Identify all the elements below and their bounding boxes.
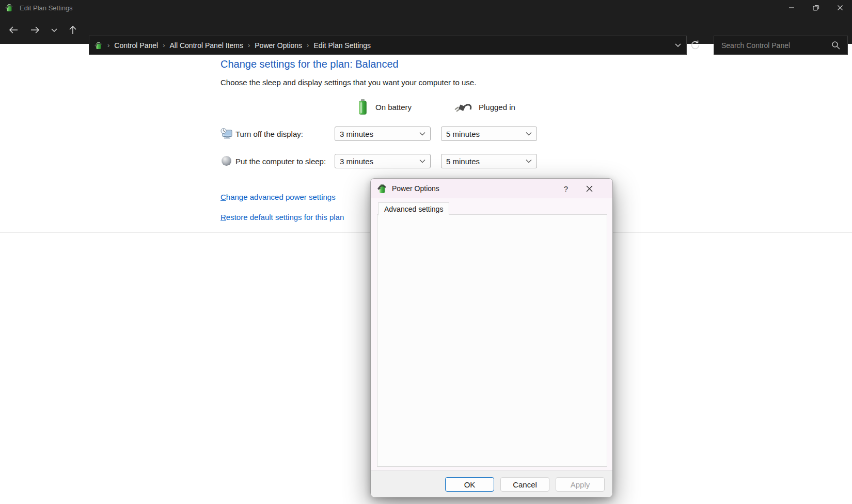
- setting-label-sleep: Put the computer to sleep:: [235, 157, 326, 166]
- minimize-button[interactable]: [779, 0, 803, 15]
- tab-page: [377, 214, 607, 467]
- battery-icon: [377, 183, 387, 194]
- column-header-on-battery: On battery: [375, 103, 412, 112]
- breadcrumb-chevron-icon: ›: [248, 41, 250, 49]
- caption-buttons: [779, 0, 852, 15]
- plugged-in-icon: [454, 102, 473, 113]
- tab-advanced-settings[interactable]: Advanced settings: [378, 202, 449, 215]
- sleep-icon: [221, 155, 232, 166]
- setting-label-display: Turn off the display:: [235, 130, 303, 138]
- change-advanced-settings-link[interactable]: Change advanced power settings: [220, 193, 336, 201]
- screen: Edit Plan Settings: [0, 0, 852, 504]
- column-header-plugged-in: Plugged in: [479, 103, 515, 112]
- page-title: Change settings for the plan: Balanced: [220, 58, 399, 70]
- window-titlebar: Edit Plan Settings: [0, 0, 852, 15]
- battery-icon: [94, 41, 103, 50]
- breadcrumb-item-all-items[interactable]: All Control Panel Items: [170, 41, 243, 50]
- chevron-down-icon: [419, 159, 425, 163]
- breadcrumb-chevron-icon: ›: [163, 41, 165, 49]
- restore-default-settings-link[interactable]: Restore default settings for this plan: [220, 213, 344, 222]
- sleep-on-battery-select[interactable]: 3 minutes: [335, 154, 431, 168]
- maximize-button[interactable]: [803, 0, 828, 15]
- dialog-titlebar: Power Options ?: [371, 179, 612, 198]
- page-subtitle: Choose the sleep and display settings th…: [220, 78, 476, 87]
- on-battery-icon: [358, 99, 368, 115]
- address-dropdown-chevron-icon[interactable]: [674, 41, 682, 49]
- up-icon[interactable]: [67, 24, 78, 36]
- search-icon[interactable]: [831, 41, 840, 50]
- breadcrumb-item-edit-plan[interactable]: Edit Plan Settings: [313, 41, 371, 50]
- chevron-down-icon: [526, 159, 532, 163]
- chevron-down-icon: [526, 132, 532, 136]
- refresh-icon[interactable]: [690, 40, 701, 51]
- navigation-bar: › Control Panel › All Control Panel Item…: [0, 15, 852, 44]
- dialog-title: Power Options: [392, 184, 439, 193]
- recent-pages-chevron-icon[interactable]: [49, 24, 60, 36]
- breadcrumb-item-power-options[interactable]: Power Options: [255, 41, 302, 50]
- close-button[interactable]: [828, 0, 852, 15]
- chevron-down-icon: [419, 132, 425, 136]
- cancel-button[interactable]: Cancel: [500, 477, 549, 492]
- breadcrumb[interactable]: › Control Panel › All Control Panel Item…: [89, 36, 687, 55]
- window-title: Edit Plan Settings: [20, 4, 73, 12]
- dialog-footer: OK Cancel Apply: [371, 470, 612, 497]
- apply-button[interactable]: Apply: [556, 477, 605, 492]
- search-bar: [714, 36, 848, 55]
- breadcrumb-item-control-panel[interactable]: Control Panel: [114, 41, 158, 50]
- power-options-dialog: Power Options ? Advanced settings Select…: [370, 178, 613, 497]
- display-icon: [220, 128, 232, 139]
- battery-icon: [5, 4, 13, 12]
- back-icon[interactable]: [8, 24, 19, 36]
- ok-button[interactable]: OK: [445, 477, 494, 492]
- search-input[interactable]: [714, 41, 831, 50]
- display-on-battery-select[interactable]: 3 minutes: [335, 127, 431, 141]
- help-button[interactable]: ?: [560, 182, 572, 195]
- forward-icon[interactable]: [29, 24, 41, 36]
- breadcrumb-chevron-icon: ›: [107, 41, 109, 49]
- dialog-close-button[interactable]: [580, 181, 598, 196]
- display-plugged-in-select[interactable]: 5 minutes: [441, 127, 537, 141]
- sleep-plugged-in-select[interactable]: 5 minutes: [441, 154, 537, 168]
- breadcrumb-chevron-icon: ›: [307, 41, 309, 49]
